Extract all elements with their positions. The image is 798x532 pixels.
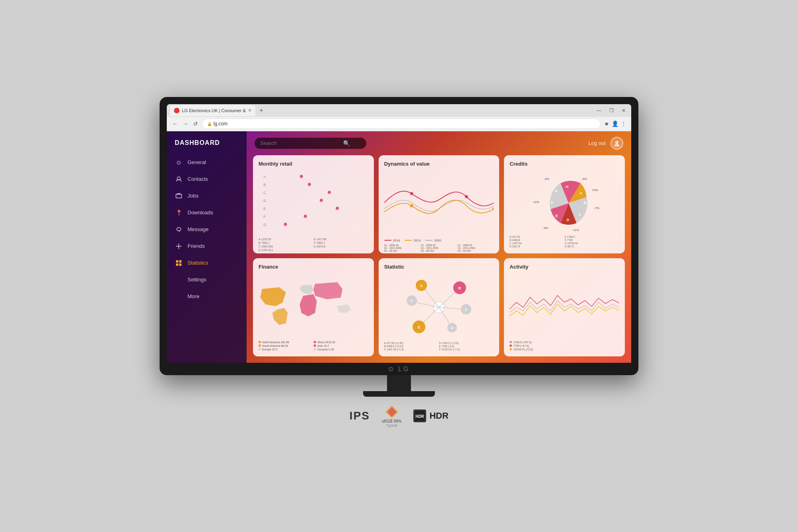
svg-point-29	[284, 223, 287, 226]
bottom-info: IPS sRGB 99% Typical HDR HDR	[334, 397, 464, 435]
finance-map	[259, 274, 368, 338]
hdr-icon: HDR	[413, 409, 426, 422]
user-avatar[interactable]	[610, 137, 623, 150]
sidebar-label-friends: Friends	[188, 243, 205, 249]
lg-logo: ⊙ LG	[388, 366, 410, 372]
na-dot	[259, 341, 261, 343]
svg-point-32	[410, 204, 413, 207]
svg-text:G: G	[263, 223, 266, 227]
asia-dot	[314, 344, 316, 347]
general-icon: ⊙	[175, 158, 183, 166]
new-tab-button[interactable]: +	[257, 106, 266, 115]
jobs-icon	[175, 192, 183, 200]
oceania-dot	[314, 348, 316, 350]
svg-text:C: C	[579, 213, 581, 217]
logout-button[interactable]: Log out	[589, 140, 606, 146]
svg-point-11	[300, 175, 303, 178]
legend-2019: 2019	[405, 239, 421, 242]
svg-point-31	[465, 195, 468, 198]
sidebar-item-general[interactable]: ⊙ General	[167, 154, 247, 170]
close-button[interactable]: ✕	[619, 107, 628, 114]
sidebar-label-jobs: Jobs	[188, 193, 198, 199]
monitor-label: ⊙ LG	[167, 363, 631, 375]
srgb-text: sRGB 99%	[382, 419, 401, 423]
activity-svg	[510, 274, 619, 338]
svg-text:B: B	[263, 183, 266, 187]
message-icon	[175, 225, 183, 233]
svg-point-23	[336, 207, 339, 210]
svg-point-17	[328, 191, 331, 194]
sa-dot	[259, 344, 261, 347]
restore-button[interactable]: ❐	[607, 107, 616, 114]
dynamics-legend: 2018 2019 2020	[384, 239, 494, 242]
stand-base	[363, 391, 435, 397]
srgb-badge: sRGB 99% Typical	[382, 405, 401, 427]
svg-text:F: F	[263, 215, 266, 219]
sidebar-item-settings[interactable]: Settings	[167, 272, 247, 288]
sidebar-item-contacts[interactable]: Contacts	[167, 171, 247, 187]
statistic-chart: A B C	[384, 274, 494, 341]
browser-tab[interactable]: LG Electronics UK | Consumer & ✕	[170, 105, 255, 116]
url-input[interactable]: 🔒 lg.com	[202, 119, 601, 129]
credits-card: Credits	[504, 155, 625, 253]
search-box[interactable]: 🔍	[255, 138, 366, 149]
downloads-icon: 📍	[175, 209, 183, 217]
svg-rect-7	[179, 263, 182, 266]
credits-stats: A 157.59E 1789.5 B 4458.8F 7795 C 1497.5…	[510, 235, 619, 248]
sidebar-label-general: General	[188, 159, 206, 165]
statistic-card: Statistic A	[379, 258, 500, 356]
search-input[interactable]	[260, 140, 340, 146]
svg-rect-1	[176, 194, 182, 198]
sidebar-label-downloads: Downloads	[188, 210, 213, 216]
bookmark-icon[interactable]: ★	[604, 121, 609, 127]
sidebar-item-downloads[interactable]: 📍 Downloads	[167, 205, 247, 221]
reload-button[interactable]: ↺	[192, 120, 199, 128]
svg-text:HDR: HDR	[416, 414, 425, 419]
monthly-retail-stats: A 1253.55 E 145.758 B 7583.1 F 7583.1 C …	[259, 238, 368, 251]
svg-rect-6	[176, 263, 178, 266]
svg-text:-3%: -3%	[581, 177, 587, 181]
more-icon	[175, 293, 183, 301]
dynamics-title: Dynamics of value	[384, 161, 494, 167]
svg-marker-70	[387, 407, 397, 417]
legend-line-2019	[405, 240, 412, 241]
credits-title: Credits	[510, 161, 619, 167]
profile-icon[interactable]: 👤	[612, 121, 618, 127]
sidebar-item-jobs[interactable]: Jobs	[167, 188, 247, 204]
finance-card: Finance	[253, 258, 374, 356]
svg-text:+5%: +5%	[592, 188, 598, 192]
dashboard-content: DASHBOARD ⊙ General Contacts	[167, 131, 631, 363]
sidebar: DASHBOARD ⊙ General Contacts	[167, 131, 247, 363]
monthly-retail-title: Monthly retail	[259, 161, 368, 167]
contacts-icon	[175, 175, 183, 183]
minimize-button[interactable]: —	[594, 107, 604, 114]
svg-text:B: B	[584, 201, 587, 205]
tab-label: LG Electronics UK | Consumer &	[182, 108, 246, 113]
svg-text:E: E	[263, 207, 266, 211]
africa-dot	[314, 341, 316, 343]
dynamics-card: Dynamics of value	[379, 155, 500, 253]
sidebar-item-message[interactable]: Message	[167, 222, 247, 237]
sidebar-item-more[interactable]: More	[167, 289, 247, 305]
sidebar-item-friends[interactable]: Friends	[167, 238, 247, 254]
back-button[interactable]: ←	[172, 120, 179, 128]
hdr-badge: HDR HDR	[413, 409, 448, 422]
legend-line-2018	[384, 240, 391, 241]
finance-map-svg	[259, 274, 368, 338]
tab-close-button[interactable]: ✕	[248, 108, 251, 113]
menu-icon[interactable]: ⋮	[621, 121, 626, 127]
dynamics-stats: 01 - 2858.45 02 - 1921.4568 03 - 48.452 …	[384, 244, 494, 252]
svg-text:D: D	[567, 218, 569, 222]
svg-line-60	[439, 307, 451, 325]
activity-chart	[510, 274, 619, 339]
statistic-svg: A B C	[399, 277, 479, 337]
svg-point-26	[304, 215, 307, 218]
statistic-title: Statistic	[384, 264, 494, 270]
browser-tab-bar: LG Electronics UK | Consumer & ✕ + — ❐ ✕	[167, 104, 631, 117]
forward-button[interactable]: →	[182, 120, 189, 128]
monthly-retail-svg: A B C D	[259, 171, 368, 235]
svg-rect-4	[176, 260, 178, 263]
svg-text:+1%: +1%	[573, 228, 579, 232]
sidebar-item-statistics[interactable]: Statistics	[167, 255, 247, 271]
activity-dot-2	[510, 344, 512, 347]
